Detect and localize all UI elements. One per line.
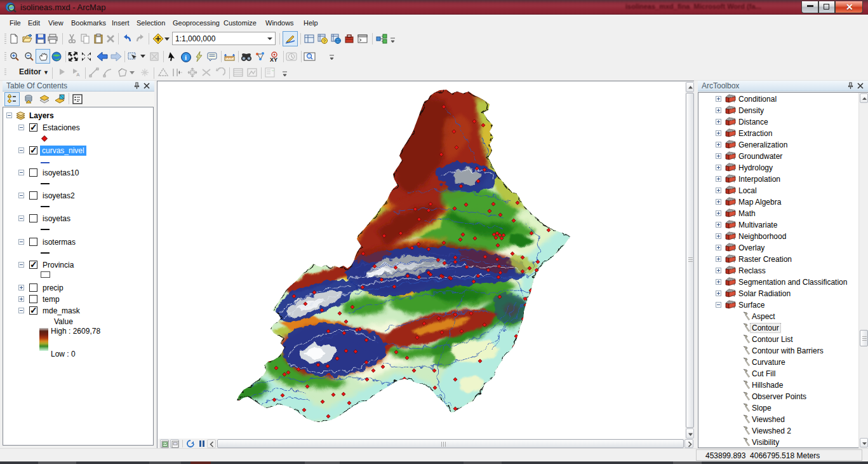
svg-text:XY: XY bbox=[270, 57, 277, 62]
svg-text:A: A bbox=[76, 72, 80, 78]
svg-text:i: i bbox=[185, 53, 187, 61]
svg-text:?: ? bbox=[323, 38, 326, 44]
